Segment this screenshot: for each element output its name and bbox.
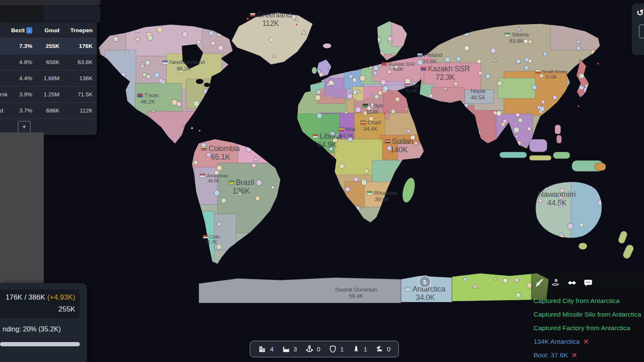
build-count: 1: [340, 345, 344, 353]
top-right-input[interactable]: [639, 25, 644, 38]
leaderboard-row[interactable]: d3.7%686K112K: [0, 102, 97, 118]
undo-icon[interactable]: ↺: [635, 8, 644, 18]
build-count: 0: [387, 345, 391, 353]
event-text: Captured Factory from Antarctica: [534, 324, 630, 332]
event-line: Boot: 37.6K✕: [534, 348, 644, 362]
leaderboard-row[interactable]: rsk3.9%1.25M71.5K: [0, 86, 97, 102]
player-flag-box[interactable]: [0, 5, 43, 22]
dismiss-x-icon[interactable]: ✕: [571, 351, 577, 360]
sword-attack-icon[interactable]: [535, 278, 545, 288]
city-icon: [258, 345, 267, 354]
leaderboard-expand-button[interactable]: +: [18, 121, 31, 133]
alliance-handshake-icon[interactable]: [567, 278, 577, 288]
col-troepen-label: Troepen: [70, 27, 93, 34]
build-city-button[interactable]: 4: [258, 345, 274, 354]
build-bar: 430110: [250, 341, 399, 357]
resources-panel: 176K / 386K (+4.93K) 255K nding: 20% (35…: [0, 283, 87, 362]
col-bezit-label: Bezit: [11, 27, 25, 34]
top-right-panel: ↺: [632, 3, 644, 55]
donate-hand-icon[interactable]: $: [551, 278, 561, 288]
build-missile-button[interactable]: 1: [352, 345, 367, 354]
event-text: Boot: 37.6K: [534, 351, 568, 359]
factory-icon: [282, 345, 291, 354]
col-goud-label: Goud: [45, 27, 59, 34]
svg-text:$: $: [556, 279, 557, 281]
gold-value: 255K: [58, 305, 75, 313]
event-log-panel: $ Captured City from AntarcticaCaptured …: [531, 274, 644, 362]
event-text: Captured City from Antarctica: [534, 297, 619, 305]
left-side-panel-edge: [0, 132, 44, 283]
event-toolbar: $: [531, 274, 644, 288]
artillery-icon: [375, 345, 384, 354]
leaderboard-top-strip: [0, 0, 100, 5]
build-count: 1: [364, 345, 367, 353]
event-line: Captured Factory from Antarctica: [534, 321, 644, 335]
build-count: 3: [294, 345, 297, 353]
build-artillery-button[interactable]: 0: [375, 345, 391, 354]
build-port-anchor-button[interactable]: 0: [305, 345, 321, 354]
event-line: Captured City from Antarctica: [534, 294, 644, 308]
leaderboard-header: Bezit ↓ Goud Troepen: [0, 22, 97, 38]
gold-count: 255K: [58, 305, 75, 314]
event-line: Captured Missile Silo from Antarctica: [534, 308, 644, 321]
event-line: 134K Antarctica✕: [534, 335, 644, 348]
dismiss-x-icon[interactable]: ✕: [583, 337, 589, 346]
leaderboard-head-box: [43, 5, 100, 22]
event-lines: Captured City from AntarcticaCaptured Mi…: [534, 294, 644, 362]
missile-icon: [352, 345, 361, 354]
leaderboard-row[interactable]: 4.4%1.68M136K: [0, 70, 97, 86]
col-troepen[interactable]: Troepen: [59, 27, 93, 34]
leaderboard-panel: Bezit ↓ Goud Troepen 7.3%255K176K4.8%658…: [0, 22, 97, 135]
build-count: 4: [270, 345, 274, 353]
port-anchor-icon: [305, 345, 314, 354]
col-bezit[interactable]: Bezit ↓: [11, 27, 32, 34]
event-text: 134K Antarctica: [534, 338, 580, 345]
troops-value: 176K / 386K: [6, 293, 45, 301]
chat-icon[interactable]: [583, 278, 593, 288]
leaderboard-rows: 7.3%255K176K4.8%658K63.8K4.4%1.68M136Krs…: [0, 38, 97, 118]
build-shield-button[interactable]: 1: [328, 345, 344, 354]
shield-icon: [328, 345, 337, 354]
troops-gold-box: 176K / 386K (+4.93K) 255K: [0, 289, 80, 318]
send-troops-label: nding: 20% (35.2K): [3, 326, 61, 333]
col-goud[interactable]: Goud: [32, 27, 59, 34]
sort-desc-icon[interactable]: ↓: [26, 27, 32, 34]
build-count: 0: [317, 345, 321, 353]
leaderboard-row[interactable]: 4.8%658K63.8K: [0, 54, 97, 70]
gold-crate-icon[interactable]: $: [418, 275, 431, 288]
dollar-glyph: $: [423, 278, 427, 286]
leaderboard-row[interactable]: 7.3%255K176K: [0, 38, 97, 54]
build-factory-button[interactable]: 3: [282, 345, 297, 354]
event-text: Captured Missile Silo from Antarctica: [534, 311, 641, 318]
send-troops-slider[interactable]: [0, 342, 80, 346]
troops-count: 176K / 386K (+4.93K): [6, 293, 75, 302]
troops-gain: (+4.93K): [47, 293, 75, 301]
